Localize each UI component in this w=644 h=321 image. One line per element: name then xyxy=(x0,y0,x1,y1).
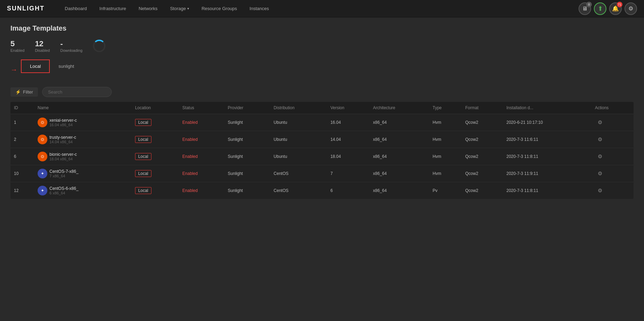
cell-format: Qcow2 xyxy=(462,114,503,131)
cell-actions: ⚙ xyxy=(591,148,634,165)
col-header-install-date: Installation d... xyxy=(503,102,591,114)
cell-location: Local xyxy=(132,114,179,131)
cell-location: Local xyxy=(132,182,179,199)
cell-version: 18.04 xyxy=(327,148,369,165)
cell-architecture: x86_64 xyxy=(370,148,429,165)
cell-provider: Sunlight xyxy=(224,148,270,165)
cell-distribution: CentOS xyxy=(270,165,327,182)
monitor-badge: 0 xyxy=(586,2,592,7)
col-header-location: Location xyxy=(132,102,179,114)
cell-architecture: x86_64 xyxy=(370,182,429,199)
cell-status: Enabled xyxy=(179,165,225,182)
cell-type: Pv xyxy=(429,182,462,199)
upload-icon: ⬆ xyxy=(598,5,603,13)
brand-logo: SUNLIGHT xyxy=(7,5,45,12)
filter-icon: ⚡ xyxy=(15,89,21,95)
cell-name: ✦ CentOS-6-x86_ 6 x86_64 xyxy=(34,182,132,199)
table-row: 1 ⊙ xenial-server-c 16.04 x86_64 Local E… xyxy=(10,114,634,131)
settings-button[interactable]: ⚙ xyxy=(625,2,637,15)
monitor-button[interactable]: 🖥 0 xyxy=(579,2,591,15)
disabled-label: Disabled xyxy=(35,48,50,53)
cell-install-date: 2020-7-3 11:8:11 xyxy=(503,182,591,199)
col-header-status: Status xyxy=(179,102,225,114)
cell-name: ✦ CentOS-7-x86_ 7 x86_64 xyxy=(34,165,132,182)
cell-name: ⊙ trusty-server-c 14.04 x86_64 xyxy=(34,131,132,148)
cell-name: ⊙ bionic-server-c 18.04 x86_64 xyxy=(34,148,132,165)
cell-distribution: Ubuntu xyxy=(270,131,327,148)
tab-sunlight[interactable]: sunlight xyxy=(50,60,83,73)
cell-actions: ⚙ xyxy=(591,114,634,131)
cell-provider: Sunlight xyxy=(224,131,270,148)
col-header-provider: Provider xyxy=(224,102,270,114)
enabled-count: 5 xyxy=(10,39,15,48)
cell-type: Hvm xyxy=(429,114,462,131)
col-header-name: Name xyxy=(34,102,132,114)
settings-icon: ⚙ xyxy=(628,5,633,12)
filter-bar: ⚡ Filter xyxy=(10,87,634,97)
cell-location: Local xyxy=(132,148,179,165)
cell-id: 10 xyxy=(10,165,34,182)
nav-networks[interactable]: Networks xyxy=(132,0,164,17)
tab-local[interactable]: Local xyxy=(21,59,50,73)
os-icon: ✦ xyxy=(38,186,47,195)
stats-row: 5 Enabled 12 Disabled - Downloading xyxy=(10,39,634,53)
col-header-version: Version xyxy=(327,102,369,114)
nav-right-icons: 🖥 0 ⬆ 🔔 71 ⚙ xyxy=(579,2,637,15)
bell-button[interactable]: 🔔 71 xyxy=(609,2,622,15)
cell-install-date: 2020-7-3 11:6:11 xyxy=(503,131,591,148)
nav-resource-groups[interactable]: Resource Groups xyxy=(195,0,243,17)
row-actions-button[interactable]: ⚙ xyxy=(595,152,605,161)
image-templates-table: ID Name Location Status Provider Distrib… xyxy=(10,102,634,199)
cell-install-date: 2020-7-3 11:8:11 xyxy=(503,148,591,165)
row-actions-button[interactable]: ⚙ xyxy=(595,186,605,195)
cell-name: ⊙ xenial-server-c 16.04 x86_64 xyxy=(34,114,132,131)
cell-install-date: 2020-7-3 11:9:11 xyxy=(503,165,591,182)
cell-id: 6 xyxy=(10,148,34,165)
downloading-count: - xyxy=(60,39,63,48)
cell-architecture: x86_64 xyxy=(370,165,429,182)
table-row: 10 ✦ CentOS-7-x86_ 7 x86_64 Local Enable… xyxy=(10,165,634,182)
cell-type: Hvm xyxy=(429,148,462,165)
upload-button[interactable]: ⬆ xyxy=(594,2,606,15)
cell-format: Qcow2 xyxy=(462,148,503,165)
nav-menu: Dashboard Infrastructure Networks Storag… xyxy=(58,0,579,17)
stat-enabled: 5 Enabled xyxy=(10,39,24,53)
cell-format: Qcow2 xyxy=(462,182,503,199)
cell-distribution: Ubuntu xyxy=(270,148,327,165)
cell-status: Enabled xyxy=(179,114,225,131)
cell-version: 6 xyxy=(327,182,369,199)
cell-status: Enabled xyxy=(179,182,225,199)
nav-dashboard[interactable]: Dashboard xyxy=(58,0,93,17)
cell-type: Hvm xyxy=(429,165,462,182)
cell-status: Enabled xyxy=(179,148,225,165)
cell-architecture: x86_64 xyxy=(370,131,429,148)
search-input[interactable] xyxy=(42,87,112,97)
nav-storage[interactable]: Storage ▾ xyxy=(164,0,195,17)
loading-spinner xyxy=(93,40,105,52)
cell-location: Local xyxy=(132,165,179,182)
main-content: Image Templates 5 Enabled 12 Disabled - … xyxy=(0,17,644,206)
cell-distribution: CentOS xyxy=(270,182,327,199)
navbar: SUNLIGHT Dashboard Infrastructure Networ… xyxy=(0,0,644,17)
row-actions-button[interactable]: ⚙ xyxy=(595,169,605,178)
col-header-actions: Actions xyxy=(591,102,634,114)
table-row: 6 ⊙ bionic-server-c 18.04 x86_64 Local E… xyxy=(10,148,634,165)
cell-type: Hvm xyxy=(429,131,462,148)
cell-version: 16.04 xyxy=(327,114,369,131)
nav-instances[interactable]: Instances xyxy=(243,0,275,17)
chevron-down-icon: ▾ xyxy=(187,7,189,10)
row-actions-button[interactable]: ⚙ xyxy=(595,118,605,127)
col-header-architecture: Architecture xyxy=(370,102,429,114)
cell-version: 7 xyxy=(327,165,369,182)
tabs-container: → Local sunlight xyxy=(10,59,634,80)
cell-distribution: Ubuntu xyxy=(270,114,327,131)
cell-provider: Sunlight xyxy=(224,165,270,182)
page-title: Image Templates xyxy=(10,24,634,32)
cell-version: 14.04 xyxy=(327,131,369,148)
filter-button[interactable]: ⚡ Filter xyxy=(10,87,38,97)
nav-infrastructure[interactable]: Infrastructure xyxy=(93,0,133,17)
cell-format: Qcow2 xyxy=(462,131,503,148)
row-actions-button[interactable]: ⚙ xyxy=(595,135,605,144)
cell-format: Qcow2 xyxy=(462,165,503,182)
col-header-id: ID xyxy=(10,102,34,114)
